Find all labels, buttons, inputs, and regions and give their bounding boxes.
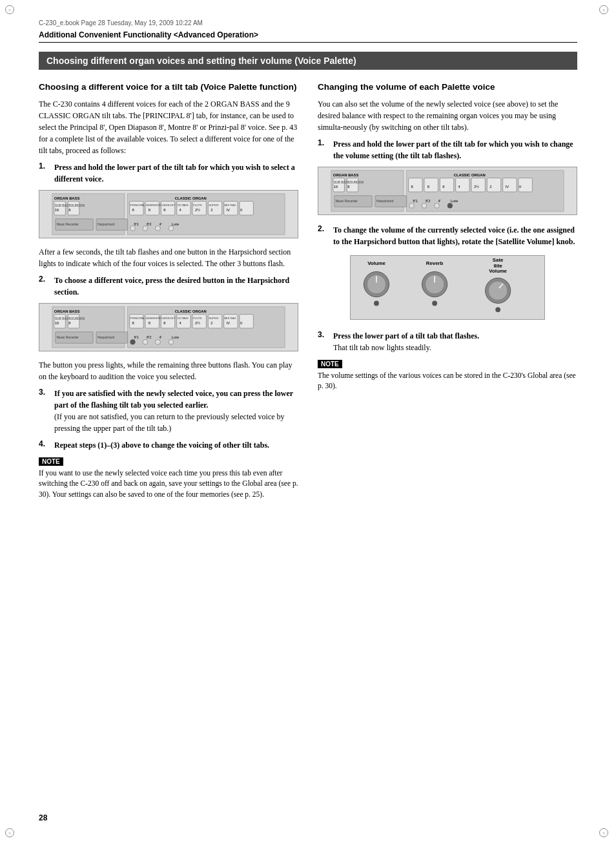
svg-text:8: 8 [132,321,134,325]
svg-text:8: 8 [163,321,165,325]
right-step-2-num: 2. [318,224,329,247]
svg-text:Music Recorder: Music Recorder [57,335,79,339]
corner-mark-tr: + [599,5,611,17]
svg-text:8: 8 [68,208,70,212]
svg-point-44 [169,225,174,231]
svg-text:4': 4' [159,335,161,339]
svg-point-132 [374,300,379,306]
right-step-2: 2. To change the volume of the currently… [318,224,577,247]
svg-text:MIX RAZ: MIX RAZ [225,203,236,207]
svg-text:ORGAN BASS: ORGAN BASS [333,172,359,176]
svg-text:8: 8 [411,185,413,189]
svg-text:8: 8 [149,321,150,325]
right-column: Changing the volume of each Palette voic… [318,81,577,391]
title-banner: Choosing different organ voices and sett… [39,52,577,70]
svg-text:ORGAN BASS: ORGAN BASS [54,196,80,200]
svg-text:8: 8 [132,208,134,212]
knob-image: Volume Reverb Sate llite Volume [350,255,545,322]
svg-text:Music Recorder: Music Recorder [336,199,358,202]
step-1-text: Press and hold the lower part of the til… [54,162,298,185]
svg-text:FLUTE: FLUTE [193,203,202,207]
svg-text:PRINCIPAL: PRINCIPAL [130,317,145,320]
svg-text:Harpsichord: Harpsichord [98,222,114,225]
right-step-3-num: 3. [318,330,329,353]
left-column: Choosing a different voice for a tilt ta… [39,81,298,500]
svg-text:2½: 2½ [474,185,479,189]
svg-text:llite: llite [494,262,503,268]
right-intro: You can also set the volume of the newly… [318,98,577,133]
svg-text:2: 2 [489,185,491,189]
svg-text:8: 8 [427,185,429,189]
svg-text:BOURDON: BOURDON [68,317,85,320]
svg-text:4': 4' [159,222,161,225]
step-3: 3. If you are satisfied with the newly s… [39,388,298,434]
page: + + + + C-230_e.book Page 28 Tuesday, Ma… [0,0,616,845]
svg-rect-102 [424,178,438,191]
svg-text:Lute: Lute [172,335,179,339]
svg-text:Lute: Lute [172,222,179,225]
file-info: C-230_e.book Page 28 Tuesday, May 19, 20… [39,19,577,26]
svg-text:2½: 2½ [195,321,200,325]
svg-text:PRINCIPAL: PRINCIPAL [130,203,145,207]
svg-text:8: 8 [347,185,349,189]
svg-text:16: 16 [55,208,59,212]
svg-text:16: 16 [334,185,338,189]
step-1-num: 1. [39,162,50,185]
svg-text:8'1: 8'1 [413,198,418,202]
svg-text:BOURDON: BOURDON [68,204,85,207]
svg-text:Harpsichord: Harpsichord [376,199,393,202]
svg-text:Reverb: Reverb [426,260,444,266]
svg-point-123 [422,203,427,208]
svg-text:8'2: 8'2 [147,335,152,339]
right-step-2-text: To change the volume of the currently se… [333,224,577,247]
svg-text:8: 8 [68,321,70,325]
step-1-after: After a few seconds, the tilt tab flashe… [39,246,298,269]
svg-point-144 [495,307,500,312]
svg-text:BOURDON: BOURDON [347,181,364,184]
right-heading: Changing the volume of each Palette voic… [318,81,577,93]
step-1: 1. Press and hold the lower part of the … [39,162,298,185]
right-step-3-text: Press the lower part of a tilt tab that … [333,330,479,342]
svg-text:8'1: 8'1 [134,335,139,339]
svg-text:SUPER: SUPER [209,203,218,207]
step-2-after: The button you press lights, while the r… [39,359,298,382]
organ-image-right: ORGAN BASS SUB BASS 16 BOURDON 8 CLASSIC… [318,167,577,218]
organ-image-1: ORGAN BASS SUB BASS 16 BOURDON 8 CLASSIC… [39,190,298,241]
svg-text:16: 16 [55,321,59,325]
svg-text:OCTAVE: OCTAVE [178,317,189,320]
organ-image-2: ORGAN BASS SUB BASS 16 BOURDON 8 CLASSIC… [39,303,298,354]
corner-mark-br: + [599,828,611,840]
left-note: NOTE If you want to use the newly select… [39,456,298,500]
svg-text:Music Recorder: Music Recorder [57,222,79,225]
svg-text:MIX RAZ: MIX RAZ [225,317,236,320]
step-2: 2. To choose a different voice, press th… [39,275,298,298]
svg-point-142 [489,281,508,300]
svg-point-127 [447,203,453,208]
svg-text:IV: IV [227,208,231,212]
svg-text:SUPER: SUPER [209,317,218,320]
svg-point-42 [156,225,161,231]
svg-text:2: 2 [210,208,212,212]
step-3-text: If you are satisfied with the newly sele… [54,388,298,411]
svg-point-125 [435,203,440,208]
step-4-num: 4. [39,439,50,451]
right-note: NOTE The volume settings of the various … [318,359,577,391]
svg-point-87 [156,339,161,344]
left-note-label: NOTE [39,457,63,466]
step-3-subtext: (If you are not satisfied, you can retur… [54,411,298,434]
step-2-num: 2. [39,275,50,298]
svg-point-40 [143,225,148,231]
svg-text:FLUTE: FLUTE [193,317,202,320]
right-note-text: The volume settings of the various voice… [318,370,577,391]
svg-text:Volume: Volume [489,268,508,274]
left-note-text: If you want to use the newly selected vo… [39,468,298,500]
right-step-1-num: 1. [318,138,329,162]
svg-point-89 [169,339,174,344]
step-4: 4. Repeat steps (1)–(3) above to change … [39,439,298,451]
step-4-text: Repeat steps (1)–(3) above to change the… [54,439,269,451]
svg-text:GEDECKT: GEDECKT [161,203,175,207]
svg-text:OCTAVE: OCTAVE [178,203,189,207]
svg-text:IV: IV [227,321,231,325]
svg-text:II: II [240,321,243,325]
right-note-label: NOTE [318,360,342,368]
